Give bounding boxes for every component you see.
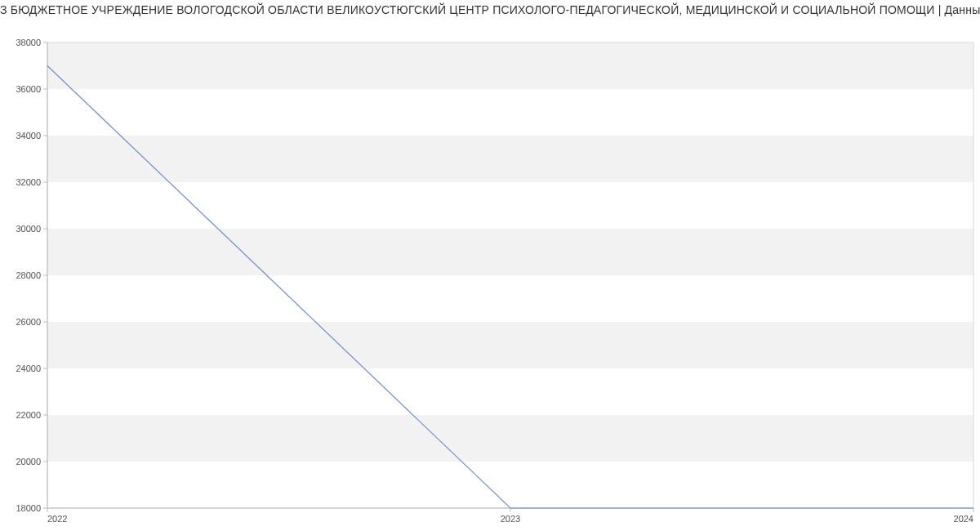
- y-tick-label: 26000: [16, 317, 41, 327]
- y-tick-label: 18000: [16, 503, 41, 513]
- y-tick-label: 30000: [16, 224, 41, 234]
- x-tick-label: 2023: [501, 514, 520, 524]
- y-tick-label: 38000: [16, 38, 41, 47]
- x-tick-label: 2022: [47, 514, 67, 524]
- grid-band: [47, 136, 973, 182]
- y-tick-label: 28000: [16, 270, 41, 280]
- grid-band: [47, 415, 973, 462]
- grid-band: [47, 322, 973, 368]
- chart-svg: 1800020000220002400026000280003000032000…: [0, 18, 980, 524]
- y-tick-label: 32000: [16, 177, 41, 187]
- y-tick-label: 24000: [16, 364, 41, 373]
- chart-container: 1800020000220002400026000280003000032000…: [0, 18, 980, 524]
- y-tick-label: 20000: [16, 457, 41, 466]
- grid-band: [47, 229, 973, 275]
- y-tick-label: 34000: [16, 131, 41, 141]
- grid-band: [47, 42, 973, 89]
- y-tick-label: 22000: [16, 410, 41, 420]
- chart-title: З БЮДЖЕТНОЕ УЧРЕЖДЕНИЕ ВОЛОГОДСКОЙ ОБЛАС…: [0, 0, 980, 18]
- x-tick-label: 2024: [954, 514, 973, 524]
- y-tick-label: 36000: [16, 84, 41, 94]
